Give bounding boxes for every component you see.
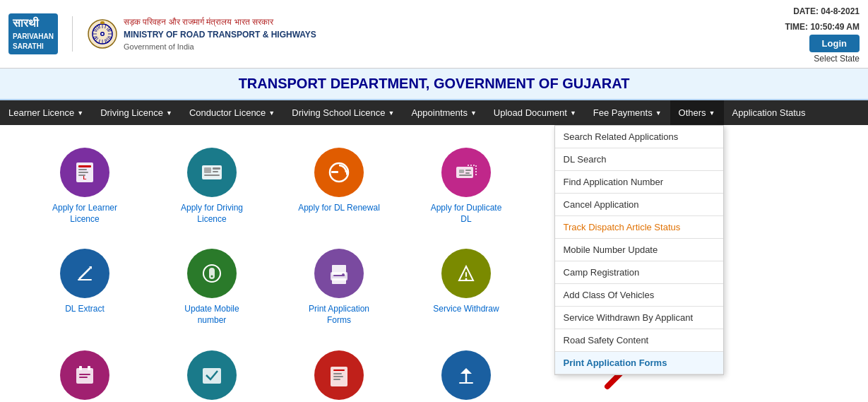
row3-icon-1 <box>60 350 109 400</box>
ministry-text: सड़क परिवहन और राजमार्ग मंत्रालय भारत सर… <box>124 16 316 53</box>
login-button[interactable]: Login <box>809 35 860 52</box>
svg-rect-39 <box>204 175 220 176</box>
dl-extract-icon <box>60 249 109 298</box>
main-content: L Apply for LearnerLicence Apply for Dri… <box>0 125 868 402</box>
learner-licence-icon: L <box>60 148 109 197</box>
svg-rect-68 <box>88 366 90 370</box>
chevron-down-icon: ▼ <box>166 110 172 117</box>
dropdown-camp-registration[interactable]: Camp Registration <box>555 261 723 284</box>
ministry-logo: सड़क परिवहन और राजमार्ग मंत्रालय भारत सर… <box>87 16 316 53</box>
driving-licence-label: Apply for DrivingLicence <box>181 203 243 225</box>
nav-learner-licence[interactable]: Learner Licence ▼ <box>0 100 92 125</box>
grid-cell-duplicate-dl[interactable]: Apply for DuplicateDL <box>403 139 530 233</box>
dropdown-print-forms[interactable]: Print Application Forms <box>555 352 723 374</box>
page-title: TRANSPORT DEPARTMENT, GOVERNMENT OF GUJA… <box>0 69 868 100</box>
svg-point-60 <box>465 278 468 280</box>
svg-rect-74 <box>333 373 342 374</box>
header: सारथी PARIVAHAN SARATHI <box>0 0 868 69</box>
grid-cell-dl-renewal[interactable]: Apply for DL Renewal <box>275 139 403 233</box>
nav-others[interactable]: Others ▼ <box>670 100 724 125</box>
svg-point-52 <box>211 276 213 278</box>
chevron-down-icon: ▼ <box>77 110 83 117</box>
learner-licence-label: Apply for LearnerLicence <box>52 203 117 225</box>
grid-cell-print-forms[interactable]: Print ApplicationForms <box>275 240 403 334</box>
svg-rect-67 <box>79 366 82 370</box>
nav-conductor-licence[interactable]: Conductor Licence ▼ <box>181 100 283 125</box>
svg-rect-37 <box>213 167 220 170</box>
dropdown-add-class[interactable]: Add Class Of Vehicles <box>555 284 723 307</box>
row3-icon-2 <box>187 350 237 400</box>
svg-rect-47 <box>459 175 472 176</box>
chevron-down-icon: ▼ <box>709 110 715 117</box>
duplicate-dl-icon <box>441 148 491 197</box>
svg-rect-44 <box>459 170 464 173</box>
update-mobile-icon <box>187 249 237 298</box>
grid-cell-driving-licence[interactable]: Apply for DrivingLicence <box>148 139 275 233</box>
svg-marker-77 <box>460 368 472 374</box>
svg-rect-71 <box>203 368 221 384</box>
dropdown-find-app-number[interactable]: Find Application Number <box>555 171 723 194</box>
svg-rect-36 <box>204 167 211 173</box>
grid-cell-row3-4[interactable] <box>403 342 530 402</box>
time-value: 10:50:49 AM <box>810 22 860 32</box>
date-label: DATE: <box>793 6 819 16</box>
dropdown-road-safety[interactable]: Road Safety Content <box>555 329 723 352</box>
nav-driving-licence[interactable]: Driving Licence ▼ <box>92 100 181 125</box>
dropdown-service-withdrawn[interactable]: Service Withdrawn By Applicant <box>555 307 723 329</box>
dropdown-search-related[interactable]: Search Related Applications <box>555 126 723 148</box>
svg-text:L: L <box>83 175 87 181</box>
svg-rect-45 <box>465 170 471 171</box>
nav-driving-school-licence[interactable]: Driving School Licence ▼ <box>283 100 403 125</box>
driving-licence-icon <box>187 148 237 197</box>
dl-extract-label: DL Extract <box>65 304 105 315</box>
svg-rect-50 <box>78 279 92 280</box>
svg-rect-43 <box>456 167 473 178</box>
dropdown-mobile-update[interactable]: Mobile Number Update <box>555 239 723 261</box>
dropdown-dl-search[interactable]: DL Search <box>555 148 723 171</box>
dl-renewal-label: Apply for DL Renewal <box>298 203 380 214</box>
svg-point-28 <box>100 21 105 24</box>
sarathi-hindi: सारथी <box>13 16 54 31</box>
row3-icon-4 <box>441 350 491 400</box>
ministry-en1: MINISTRY OF ROAD TRANSPORT & HIGHWAYS <box>124 28 316 41</box>
update-mobile-label: Update Mobilenumber <box>184 304 239 326</box>
dropdown-track-dispatch[interactable]: Track Dispatch Article Status <box>555 216 723 239</box>
svg-rect-75 <box>333 376 343 377</box>
print-forms-icon <box>314 249 364 298</box>
nav-fee-payments[interactable]: Fee Payments ▼ <box>585 100 670 125</box>
grid-cell-learner-licence[interactable]: L Apply for LearnerLicence <box>21 139 148 233</box>
nav-appointments[interactable]: Appointments ▼ <box>403 100 484 125</box>
nav-others-wrapper: Others ▼ Search Related Applications DL … <box>670 100 724 125</box>
svg-point-57 <box>342 273 345 276</box>
grid-cell-row3-2[interactable] <box>148 342 275 402</box>
service-withdraw-icon <box>441 249 491 298</box>
select-state-link[interactable]: Select State <box>785 54 860 64</box>
navbar: Learner Licence ▼ Driving Licence ▼ Cond… <box>0 100 868 125</box>
service-withdraw-label: Service Withdraw <box>433 304 499 315</box>
svg-rect-78 <box>459 382 473 384</box>
date-display: DATE: 04-8-2021 <box>785 4 860 20</box>
grid-cell-row3-1[interactable] <box>21 342 148 402</box>
svg-rect-70 <box>79 377 88 378</box>
svg-point-3 <box>101 33 103 35</box>
others-dropdown: Search Related Applications DL Search Fi… <box>554 125 724 375</box>
time-label: TIME: <box>785 22 808 32</box>
grid-cell-row3-3[interactable] <box>275 342 403 402</box>
sarathi-logo: सारथी PARIVAHAN SARATHI <box>8 13 58 54</box>
print-forms-label: Print ApplicationForms <box>309 304 369 326</box>
grid-cell-service-withdraw[interactable]: Service Withdraw <box>403 240 530 334</box>
grid-cell-dl-extract[interactable]: DL Extract <box>21 240 148 334</box>
svg-rect-66 <box>76 368 93 384</box>
ministry-hindi: सड़क परिवहन और राजमार्ग मंत्रालय भारत सर… <box>124 16 316 28</box>
dropdown-cancel-application[interactable]: Cancel Application <box>555 194 723 216</box>
nav-upload-document[interactable]: Upload Document ▼ <box>485 100 585 125</box>
grid-cell-update-mobile[interactable]: Update Mobilenumber <box>148 240 275 334</box>
chevron-down-icon: ▼ <box>268 110 275 117</box>
nav-application-status[interactable]: Application Status <box>724 100 814 125</box>
svg-rect-42 <box>331 171 338 173</box>
chevron-down-icon: ▼ <box>388 110 395 117</box>
svg-rect-32 <box>78 172 88 173</box>
chevron-down-icon: ▼ <box>470 110 477 117</box>
svg-rect-38 <box>213 171 218 172</box>
ashoka-chakra-icon <box>87 18 118 49</box>
